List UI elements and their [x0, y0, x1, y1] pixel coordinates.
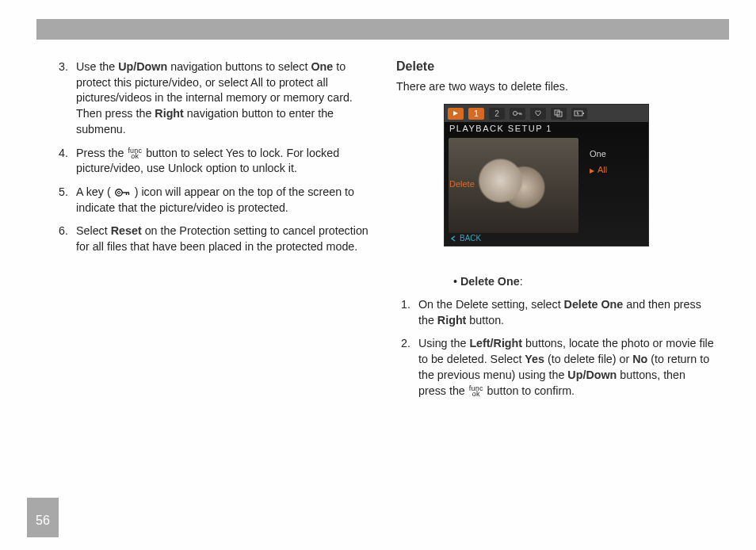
page-number-tab: 56 — [27, 498, 59, 537]
camera-screenshot: 1 2 PLAYBACK SETUP 1 Delete One All BACK — [444, 104, 649, 246]
list-number: 2. — [396, 336, 410, 399]
tab-1: 1 — [468, 108, 484, 120]
tab-gallery-icon — [551, 108, 567, 120]
right-column: Delete There are two ways to delete file… — [396, 59, 715, 407]
step-4: 4. Press the funcok button to select Yes… — [54, 146, 372, 177]
tab-key-icon — [510, 108, 525, 120]
bullet-delete-one: • Delete One: — [453, 275, 715, 288]
camera-option-one: One — [590, 146, 640, 162]
section-heading-delete: Delete — [396, 59, 715, 74]
svg-point-0 — [115, 189, 121, 196]
delete-steps: 1. On the Delete setting, select Delete … — [396, 297, 715, 399]
camera-screen-title: PLAYBACK SETUP 1 — [449, 124, 552, 133]
step-6: 6. Select Reset on the Protection settin… — [54, 223, 372, 254]
camera-options: One All — [590, 146, 640, 178]
step-3: 3. Use the Up/Down navigation buttons to… — [54, 59, 372, 138]
left-column: 3. Use the Up/Down navigation buttons to… — [54, 59, 372, 263]
func-ok-icon: funcok — [468, 386, 484, 397]
tab-battery-icon — [571, 108, 587, 120]
delete-step-2: 2. Using the Left/Right buttons, locate … — [396, 336, 715, 399]
list-number: 4. — [54, 146, 68, 177]
header-bar — [36, 19, 729, 40]
list-number: 5. — [54, 185, 68, 216]
step-body: Use the Up/Down navigation buttons to se… — [76, 59, 372, 138]
step-body: On the Delete setting, select Delete One… — [418, 297, 715, 328]
svg-point-3 — [514, 112, 517, 116]
list-number: 3. — [54, 59, 68, 138]
back-arrow-icon — [449, 235, 457, 243]
protection-steps: 3. Use the Up/Down navigation buttons to… — [54, 59, 372, 255]
camera-option-all: All — [590, 162, 640, 178]
camera-menu-delete: Delete — [449, 179, 475, 189]
step-body: A key ( ) icon will appear on the top of… — [76, 185, 372, 216]
camera-tabbar: 1 2 — [445, 105, 648, 122]
step-body: Using the Left/Right buttons, locate the… — [418, 336, 715, 399]
func-ok-icon: funcok — [127, 148, 143, 159]
page-number: 56 — [36, 514, 50, 528]
step-body: Press the funcok button to select Yes to… — [76, 146, 372, 177]
tab-2: 2 — [489, 108, 505, 120]
svg-point-1 — [117, 192, 120, 194]
list-number: 1. — [396, 297, 410, 328]
camera-back: BACK — [449, 234, 481, 243]
delete-step-1: 1. On the Delete setting, select Delete … — [396, 297, 715, 328]
step-5: 5. A key ( ) icon will appear on the top… — [54, 185, 372, 216]
svg-marker-2 — [453, 111, 458, 116]
key-lock-icon — [114, 187, 132, 198]
list-number: 6. — [54, 223, 68, 254]
step-body: Select Reset on the Protection setting t… — [76, 223, 372, 254]
svg-rect-7 — [583, 113, 585, 114]
section-intro: There are two ways to delete files. — [396, 80, 715, 93]
tab-heart-icon — [530, 108, 546, 120]
tab-playback-icon — [448, 108, 464, 120]
